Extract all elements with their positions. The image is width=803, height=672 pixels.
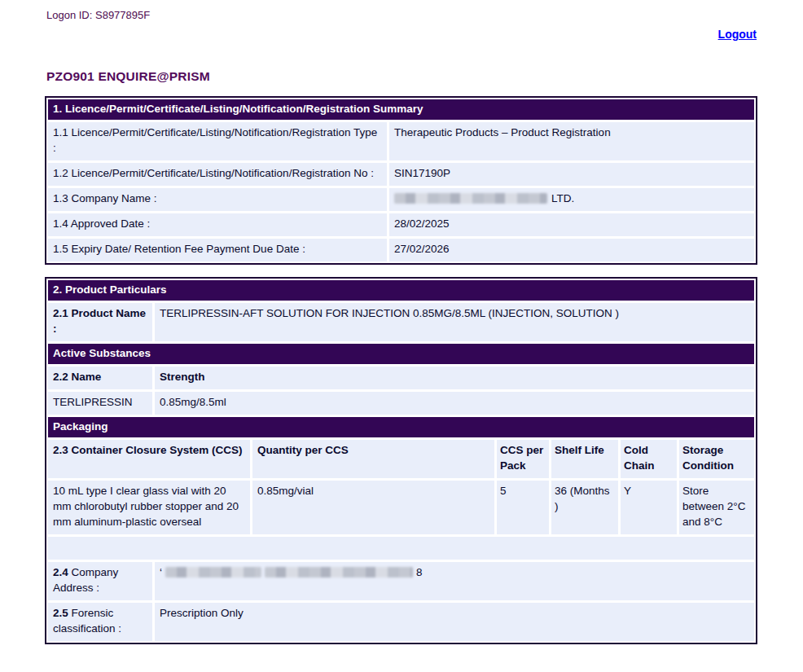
approved-date-label: 1.4 Approved Date :	[48, 213, 387, 236]
redacted-address-segment	[265, 567, 413, 578]
ccs-per-pack-column-header: CCS per Pack	[497, 440, 549, 478]
company-address-visible-text: 8	[416, 566, 423, 578]
licence-no-value: SIN17190P	[389, 163, 754, 186]
ccs-column-header: 2.3 Container Closure System (CCS)	[48, 440, 250, 478]
forensic-label-num: 2.5	[53, 607, 68, 619]
licence-summary-header: 1. Licence/Permit/Certificate/Listing/No…	[48, 99, 754, 120]
company-address-value: ‘8	[155, 562, 754, 600]
ccs-value: 10 mL type I clear glass vial with 20 mm…	[48, 481, 250, 534]
ccs-per-pack-value: 5	[497, 481, 549, 534]
approved-date-value: 28/02/2025	[389, 213, 754, 236]
active-substances-header: Active Substances	[48, 344, 754, 364]
quantity-column-header: Quantity per CCS	[252, 440, 494, 478]
redacted-address-segment	[165, 567, 261, 578]
packaging-header: Packaging	[48, 417, 754, 437]
shelf-life-column-header: Shelf Life	[551, 440, 618, 478]
licence-type-label: 1.1 Licence/Permit/Certificate/Listing/N…	[48, 122, 387, 160]
forensic-classification-label: 2.5 Forensic classification :	[48, 603, 152, 641]
substance-name-value: TERLIPRESSIN	[48, 392, 152, 415]
storage-value: Store between 2°C and 8°C	[679, 481, 754, 534]
product-particulars-header: 2. Product Particulars	[48, 280, 754, 301]
table-row: TERLIPRESSIN 0.85mg/8.5ml	[48, 392, 754, 415]
table-row: 2.4 Company Address : ‘8	[48, 562, 754, 600]
page-title: PZO901 ENQUIRE@PRISM	[46, 69, 210, 84]
packaging-data-row: 10 mL type I clear glass vial with 20 mm…	[48, 481, 754, 534]
substance-name-column-header: 2.2 Name	[48, 367, 152, 389]
table-row: 2.5 Forensic classification : Prescripti…	[48, 603, 754, 641]
licence-no-label: 1.2 Licence/Permit/Certificate/Listing/N…	[48, 163, 387, 186]
table-row: 2.2 Name Strength	[48, 367, 754, 389]
product-name-value: TERLIPRESSIN-AFT SOLUTION FOR INJECTION …	[155, 303, 754, 341]
redacted-company-name	[394, 193, 547, 204]
strength-value: 0.85mg/8.5ml	[155, 392, 754, 415]
company-address-label: 2.4 Company Address :	[48, 562, 152, 600]
company-name-label: 1.3 Company Name :	[48, 188, 387, 211]
table-row: 1.5 Expiry Date/ Retention Fee Payment D…	[48, 239, 754, 261]
packaging-empty-row	[48, 537, 754, 560]
company-address-label-num: 2.4	[53, 566, 68, 578]
company-address-prefix: ‘	[160, 566, 162, 578]
logout-link[interactable]: Logout	[718, 28, 757, 41]
packaging-header-row: 2.3 Container Closure System (CCS) Quant…	[48, 440, 754, 478]
empty-cell	[48, 537, 754, 560]
licence-summary-table: 1. Licence/Permit/Certificate/Listing/No…	[45, 96, 757, 265]
expiry-date-value: 27/02/2026	[389, 239, 754, 261]
logon-id-text: Logon ID: S8977895F	[46, 9, 150, 21]
table-row: 1.2 Licence/Permit/Certificate/Listing/N…	[48, 163, 754, 186]
storage-column-header: Storage Condition	[679, 440, 754, 478]
substance-name-header-text: Name	[72, 371, 102, 383]
expiry-date-label: 1.5 Expiry Date/ Retention Fee Payment D…	[48, 239, 387, 261]
table-row: 1.1 Licence/Permit/Certificate/Listing/N…	[48, 122, 754, 160]
table-row: 1.3 Company Name : LTD.	[48, 188, 754, 211]
company-name-value: LTD.	[389, 188, 754, 211]
strength-column-header: Strength	[155, 367, 754, 389]
content-area: 1. Licence/Permit/Certificate/Listing/No…	[45, 96, 757, 644]
product-particulars-table: 2. Product Particulars 2.1 Product Name …	[45, 277, 757, 644]
product-name-label-num: 2.1	[53, 307, 68, 319]
licence-type-value: Therapeutic Products – Product Registrat…	[389, 122, 754, 160]
cold-chain-column-header: Cold Chain	[621, 440, 677, 478]
company-name-visible-text: LTD.	[551, 192, 574, 204]
table-row: 2.1 Product Name : TERLIPRESSIN-AFT SOLU…	[48, 303, 754, 341]
quantity-value: 0.85mg/vial	[252, 481, 494, 534]
product-name-label: 2.1 Product Name :	[48, 303, 152, 341]
table-row: 1.4 Approved Date : 28/02/2025	[48, 213, 754, 236]
cold-chain-value: Y	[621, 481, 677, 534]
substance-name-header-num: 2.2	[53, 371, 68, 383]
enquire-prism-page: Logon ID: S8977895F Logout PZO901 ENQUIR…	[0, 0, 803, 672]
shelf-life-value: 36 (Months )	[551, 481, 618, 534]
forensic-classification-value: Prescription Only	[155, 603, 754, 641]
